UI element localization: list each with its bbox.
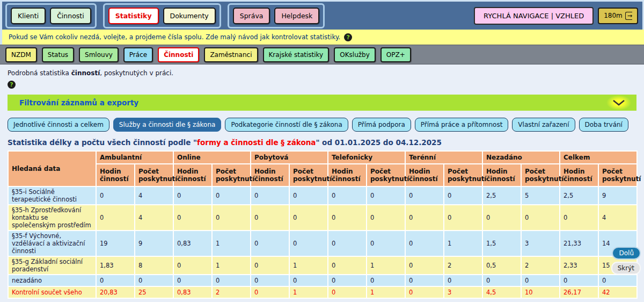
row-value: 1 xyxy=(444,231,482,256)
tab-doba-trvani[interactable]: Doba trvání xyxy=(579,118,628,132)
row-value: 4 xyxy=(135,186,173,205)
top-nav-statistiky[interactable]: Statistiky xyxy=(108,8,159,24)
intro-text: Podrobná statistika činností, poskytnutý… xyxy=(8,69,636,77)
top-nav-sprava[interactable]: Správa xyxy=(233,8,270,24)
row-value: 0 xyxy=(173,186,212,205)
row-value: 0 xyxy=(289,231,328,256)
row-value: 0 xyxy=(173,275,212,286)
row-value: 4 xyxy=(598,205,637,231)
table-sub-header-pobytova-pocet-poskytnuti: Počet poskytnutí xyxy=(289,164,328,186)
table-row: Kontrolní součet všeho20,83250,832010103… xyxy=(8,286,637,298)
row-value: 3 xyxy=(521,231,560,256)
help-icon[interactable]: ? xyxy=(8,81,16,89)
sub-nav-krajske-statistiky[interactable]: Krajské statistiky xyxy=(263,47,330,62)
row-value: 2 xyxy=(444,256,482,275)
row-value: 2,33 xyxy=(560,256,598,275)
row-value: 0 xyxy=(405,286,444,298)
row-value: 2 xyxy=(521,256,560,275)
top-nav-group: StatistikyDokumenty xyxy=(103,3,221,28)
filter-expand-control[interactable] xyxy=(606,95,631,110)
sub-nav-oksluzby[interactable]: OKslužby xyxy=(334,47,376,62)
table-group-header-celkem: Celkem xyxy=(560,151,637,164)
row-value: 0,83 xyxy=(173,231,212,256)
top-nav-cinnosti[interactable]: Činnosti xyxy=(50,8,91,24)
row-value: 2,5 xyxy=(482,186,521,205)
row-value: 0 xyxy=(444,275,482,286)
row-value: 1 xyxy=(289,286,328,298)
top-nav-klienti[interactable]: Klienti xyxy=(11,8,46,24)
tab-prima-prace-a-pritomnost[interactable]: Přímá práce a přítomnost xyxy=(415,118,509,132)
table-body: §35-i Sociálně terapeutické činnosti0400… xyxy=(8,186,637,298)
sub-nav-status[interactable]: Status xyxy=(42,47,74,62)
row-value: 1,83 xyxy=(96,256,135,275)
row-value: 0 xyxy=(251,186,289,205)
top-nav-helpdesk[interactable]: Helpdesk xyxy=(274,8,319,24)
top-nav-dokumenty[interactable]: Dokumenty xyxy=(163,8,216,24)
table-group-header-terenni: Terénní xyxy=(405,151,482,164)
sub-nav-nzdm[interactable]: NZDM xyxy=(5,47,37,62)
row-value: 1,5 xyxy=(482,231,521,256)
info-bar: Pokud se Vám cokoliv nezdá, volejte, a p… xyxy=(0,30,644,45)
hide-button[interactable]: Skrýt xyxy=(611,262,641,275)
table-group-header-online: Online xyxy=(173,151,251,164)
sub-nav-opz[interactable]: OPZ+ xyxy=(380,47,411,62)
row-value: 8 xyxy=(135,256,173,275)
row-value: 1 xyxy=(367,256,405,275)
tab-jednotlive-cinnosti-a-celkem[interactable]: Jednotlivé činnosti a celkem xyxy=(8,118,109,132)
row-label: §35-h Zprostředkování kontaktu se společ… xyxy=(8,205,96,231)
row-value: 0 xyxy=(482,275,521,286)
quick-navigation-button[interactable]: RYCHLÁ NAVIGACE | VZHLED xyxy=(474,7,594,25)
row-label: nezadáno xyxy=(8,275,96,286)
row-value: 4,5 xyxy=(482,286,521,298)
row-value: 0 xyxy=(560,275,598,286)
row-value: 10 xyxy=(521,286,560,298)
table-row: §35-f Výchovné, vzdělávací a aktivizační… xyxy=(8,231,637,256)
sub-nav-prace[interactable]: Práce xyxy=(123,47,153,62)
row-value: 0 xyxy=(173,205,212,231)
row-value: 0 xyxy=(251,275,289,286)
tab-prima-podpora[interactable]: Přímá podpora xyxy=(352,118,411,132)
row-value: 1 xyxy=(289,256,328,275)
table-group-header-nezadano: Nezadáno xyxy=(482,151,560,164)
row-value: 0 xyxy=(405,275,444,286)
row-value: 0 xyxy=(405,231,444,256)
intro-prefix: Podrobná statistika xyxy=(8,69,71,77)
session-logout-button[interactable]: 180m → xyxy=(598,8,638,24)
row-value: 26,17 xyxy=(560,286,598,298)
table-sub-header-celkem-pocet-poskytnuti: Počet poskytnutí xyxy=(598,164,637,186)
row-value: 0 xyxy=(328,275,367,286)
row-value: 0 xyxy=(328,186,367,205)
table-sub-header-nezadano-hodin-cinnosti: Hodin činností xyxy=(482,164,521,186)
row-value: 0 xyxy=(328,286,367,298)
row-value: 0,83 xyxy=(173,286,212,298)
row-value: 21,33 xyxy=(560,231,598,256)
table-sub-header-nezadano-pocet-poskytnuti: Počet poskytnutí xyxy=(521,164,560,186)
heading1-highlight: formy a činnosti dle § zákona xyxy=(197,138,316,147)
row-value: 0 xyxy=(521,275,560,286)
tab-podkategorie-cinnosti-dle-zakona[interactable]: Podkategorie činností dle § zákona xyxy=(225,118,348,132)
row-value: 0 xyxy=(444,205,482,231)
row-value: 0 xyxy=(598,275,637,286)
sub-nav-zamestnanci[interactable]: Zaměstnanci xyxy=(204,47,258,62)
table-sub-header-telefonicky-hodin-cinnosti: Hodin činností xyxy=(328,164,367,186)
row-value: 0 xyxy=(405,186,444,205)
row-value: 0 xyxy=(212,205,251,231)
row-value: 0 xyxy=(367,205,405,231)
stats-table: Hledaná dataAmbulantníOnlinePobytováTele… xyxy=(8,150,638,299)
row-value: 0 xyxy=(444,186,482,205)
logout-icon: → xyxy=(625,12,632,20)
row-value: 2 xyxy=(212,286,251,298)
filter-export-bar[interactable]: Filtrování záznamů a exporty xyxy=(8,95,636,111)
help-icon[interactable]: ? xyxy=(344,33,352,41)
tab-vlastni-zarazeni[interactable]: Vlastní zařazení xyxy=(512,118,575,132)
row-value: 0 xyxy=(251,231,289,256)
table-row: nezadáno00000000000000 xyxy=(8,275,637,286)
row-value: 0 xyxy=(328,256,367,275)
row-value: 0 xyxy=(405,205,444,231)
top-nav-right: RYCHLÁ NAVIGACE | VZHLED 180m → xyxy=(474,7,638,25)
table-group-header-telefonicky: Telefonicky xyxy=(328,151,405,164)
sub-nav-cinnosti[interactable]: Činnosti xyxy=(158,47,199,62)
tab-sluzby-a-cinnosti-dle-zakona[interactable]: Služby a činnosti dle § zákona xyxy=(113,118,222,132)
scroll-down-button[interactable]: Dolů xyxy=(612,247,641,260)
sub-nav-smlouvy[interactable]: Smlouvy xyxy=(79,47,119,62)
